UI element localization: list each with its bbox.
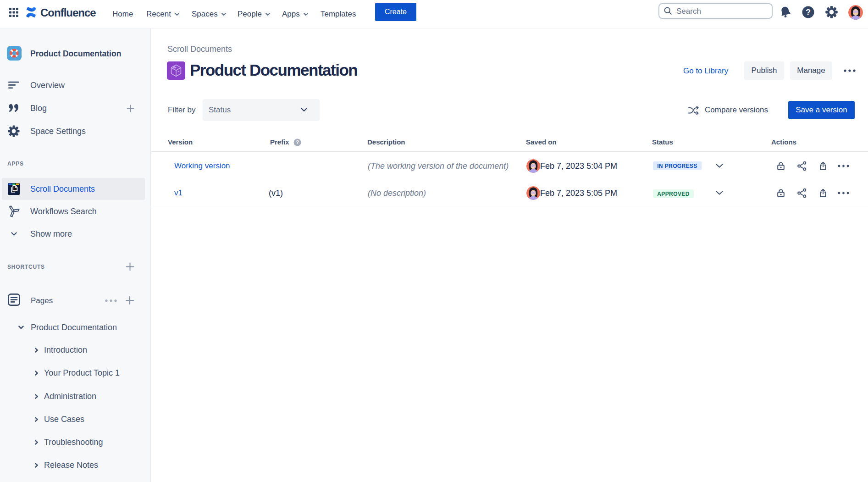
svg-text:?: ? [296,139,299,145]
svg-text:?: ? [806,8,811,17]
